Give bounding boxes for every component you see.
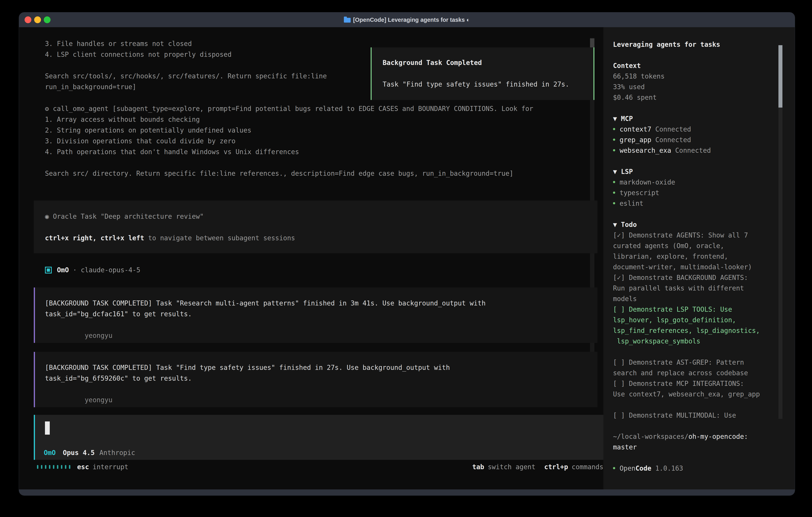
spacer: [613, 420, 795, 431]
message-line: task_id="bg_dcfac161" to get results.: [45, 309, 598, 320]
text-line: document-writer, multimodal-looker): [613, 262, 795, 272]
text-line: lsp_hover, lsp_goto_definition,: [613, 315, 795, 325]
context-tokens: 66,518 tokens: [613, 71, 795, 82]
text-line: run_in_background=true]: [45, 82, 327, 92]
text-line: ◉ Oracle Task "Deep architecture review": [45, 211, 598, 222]
text-line: 1. Array access without bounds checking: [45, 114, 533, 125]
lsp-item: markdown-oxide: [613, 177, 795, 188]
status-dot-icon: [613, 467, 615, 469]
text-line: [✓] Demonstrate BACKGROUND AGENTS:: [613, 272, 795, 283]
window-title: [OpenCode] Leveraging agents for tasks ◐: [353, 17, 470, 23]
text-line: [613, 347, 795, 357]
scrollback-text: 3. File handles or streams not closed4. …: [45, 38, 327, 92]
spacer: [613, 156, 795, 166]
close-button[interactable]: [25, 17, 31, 23]
lsp-item: typescript: [613, 188, 795, 198]
status-dot-icon: [613, 181, 615, 183]
context-used: 33% used: [613, 82, 795, 92]
main-scrollbar-thumb-top[interactable]: [590, 38, 594, 47]
text-line: Search src/ directory. Return specific f…: [45, 168, 533, 179]
traffic-lights: [25, 12, 51, 27]
background-task-message: [BACKGROUND TASK COMPLETED] Task "Resear…: [34, 288, 598, 343]
text-line: [45, 222, 598, 233]
spacer: [613, 209, 795, 219]
esc-action-label: interrupt: [93, 463, 128, 471]
lsp-section-header[interactable]: ▼ LSP: [613, 166, 795, 177]
text-segment: librarian, explore, frontend,: [613, 252, 728, 260]
text-line: [ ] Demonstrate MULTIMODAL: Use: [613, 410, 795, 420]
window-bottom-edge: [19, 489, 795, 495]
text-segment: ctrl+x right, ctrl+x left: [45, 234, 144, 242]
minimize-button[interactable]: [34, 17, 41, 23]
text-segment: [ ] Demonstrate AST-GREP: Pattern: [613, 358, 744, 366]
text-line: 4. Path operations that don't handle Win…: [45, 146, 533, 157]
folder-icon: [344, 18, 351, 23]
ctrlp-action-label: commands: [572, 463, 603, 471]
status-dot-icon: [613, 192, 615, 194]
context-spent: $0.46 spent: [613, 92, 795, 103]
text-line: Run parallel tasks with different: [613, 283, 795, 294]
oracle-task-panel: ◉ Oracle Task "Deep architecture review"…: [34, 200, 598, 253]
tool-call-text: ⚙ call_omo_agent [subagent_type=explore,…: [45, 103, 533, 179]
author-label: yeongyu: [85, 396, 113, 404]
text-segment: Run parallel tasks with different: [613, 284, 744, 292]
input-footer: OmO Opus 4.5 Anthropic: [44, 447, 135, 458]
mcp-item: grep_app Connected: [613, 135, 795, 145]
gear-icon: ⚙: [45, 105, 53, 113]
background-task-message: [BACKGROUND TASK COMPLETED] Task "Find t…: [34, 352, 598, 407]
text-line: curated agents (OmO, oracle,: [613, 241, 795, 251]
lsp-item: eslint: [613, 198, 795, 209]
status-dot-icon: [613, 202, 615, 204]
message-line: task_id="bg_6f59260c" to get results.: [45, 373, 598, 384]
status-dot-icon: [613, 139, 615, 141]
text-line: [ ] Demonstrate MCP INTEGRATIONS:: [613, 378, 795, 389]
status-dot-icon: [613, 149, 615, 151]
spacer: [613, 453, 795, 463]
text-line: 3. Division operations that could divide…: [45, 136, 533, 146]
todo-list: [✓] Demonstrate AGENTS: Show all 7curate…: [613, 230, 795, 420]
todo-section-header[interactable]: ▼ Todo: [613, 219, 795, 230]
text-line: 2. String operations on potentially unde…: [45, 125, 533, 136]
text-segment: Use context7, websearch_exa, grep_app: [613, 390, 760, 398]
zoom-button[interactable]: [44, 17, 51, 23]
tab-action-label: switch agent: [488, 463, 535, 471]
workspace-path: ~/local-workspaces/oh-my-opencode:: [613, 431, 795, 442]
agent-session-row[interactable]: OmO · claude-opus-4-5: [45, 265, 140, 275]
text-line: Use context7, websearch_exa, grep_app: [613, 389, 795, 400]
session-title: Leveraging agents for tasks: [613, 39, 795, 50]
text-segment: lsp_workspace_symbols: [613, 337, 700, 345]
text-segment: Oracle Task "Deep architecture review": [53, 213, 204, 220]
window-title-wrap: [OpenCode] Leveraging agents for tasks ◐: [19, 17, 795, 23]
text-segment: [ ] Demonstrate MCP INTEGRATIONS:: [613, 380, 744, 387]
text-segment: models: [613, 295, 637, 303]
text-segment: document-writer, multimodal-looker): [613, 263, 752, 271]
text-line: models: [613, 294, 795, 304]
provider-label: Anthropic: [99, 447, 135, 458]
text-line: lsp_find_references, lsp_diagnostics,: [613, 325, 795, 336]
status-left: esc interrupt: [37, 461, 128, 472]
message-line: [BACKGROUND TASK COMPLETED] Task "Resear…: [45, 298, 598, 309]
agent-label: OmO · claude-opus-4-5: [57, 265, 140, 275]
text-segment: [✓] Demonstrate AGENTS: Show all 7: [613, 231, 748, 239]
text-segment: lsp_hover, lsp_goto_definition,: [613, 316, 736, 324]
spacer: [613, 50, 795, 60]
text-line: [45, 60, 327, 71]
text-line: [613, 400, 795, 410]
text-line: 4. LSP client connections not properly d…: [45, 49, 327, 60]
mcp-section-header[interactable]: ▼ MCP: [613, 113, 795, 124]
ctrlp-key-hint: ctrl+p: [544, 463, 568, 471]
sidebar-scrollbar-thumb[interactable]: [778, 45, 782, 108]
mcp-item: context7 Connected: [613, 124, 795, 135]
tab-key-hint: tab: [472, 463, 484, 471]
text-segment: [ ] Demonstrate LSP TOOLS: Use: [613, 305, 732, 313]
terminal-content: 3. File handles or streams not closed4. …: [19, 27, 795, 489]
context-header: Context: [613, 60, 795, 71]
spacer: [613, 103, 795, 113]
text-cursor: [45, 421, 50, 435]
text-segment: lsp_find_references, lsp_diagnostics,: [613, 327, 760, 334]
notification-title: Background Task Completed: [383, 57, 593, 68]
text-line: ⚙ call_omo_agent [subagent_type=explore,…: [45, 103, 533, 114]
status-dot-icon: [613, 128, 615, 130]
window-titlebar: [OpenCode] Leveraging agents for tasks ◐: [19, 12, 795, 27]
workspace-branch: master: [613, 442, 795, 453]
